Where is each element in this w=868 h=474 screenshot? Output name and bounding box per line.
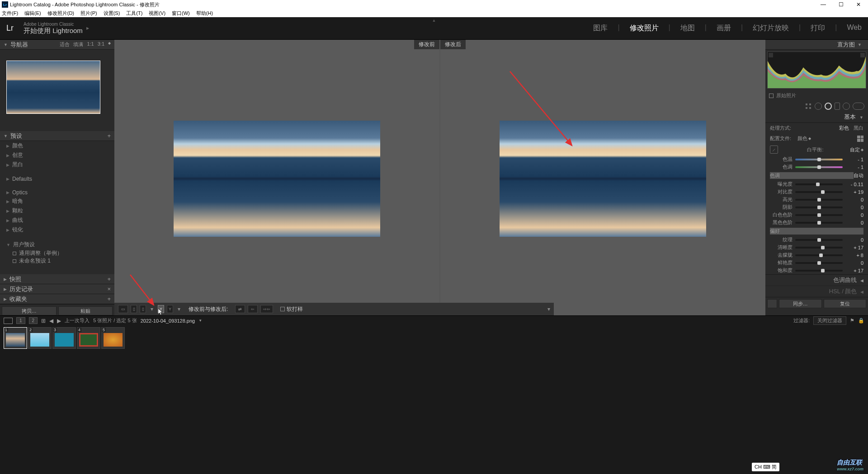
treatment-bw[interactable]: 黑白 (854, 125, 863, 131)
zoom-fit[interactable]: 适合 (60, 41, 70, 48)
sync-button[interactable]: 同步… (779, 299, 822, 308)
compare-view-button-2[interactable]: ▯ (140, 305, 146, 313)
preset-group[interactable]: ▶锐化 (0, 225, 114, 235)
zoom-3-1[interactable]: 3:1 (98, 41, 104, 48)
profile-value[interactable]: 颜色 (797, 135, 807, 142)
preset-group[interactable]: ▶创意 (0, 150, 114, 160)
clarity-slider[interactable]: 清晰度 + 17 (765, 244, 868, 251)
loupe-view-button[interactable]: ▭ (118, 305, 128, 313)
module-map[interactable]: 地图 (680, 23, 695, 33)
copy-before-button[interactable]: ⇦ (248, 305, 258, 313)
menu-develop[interactable]: 修改照片(D) (47, 10, 74, 17)
preset-group[interactable]: ▶曲线 (0, 216, 114, 225)
tint-slider[interactable]: 色调 - 1 (765, 163, 868, 171)
tone-curve-header[interactable]: 色调曲线 ◀ (765, 274, 868, 286)
saturation-slider[interactable]: 饱和度 + 17 (765, 267, 868, 274)
wb-value[interactable]: 自定 (850, 146, 860, 153)
chevron-icon[interactable]: ◆ (808, 136, 811, 141)
preset-group[interactable]: ▶黑白 (0, 160, 114, 169)
treatment-color[interactable]: 彩色 (839, 125, 849, 131)
menu-photo[interactable]: 照片(P) (80, 10, 97, 17)
window-2[interactable]: 2 (29, 317, 38, 324)
dehaze-slider[interactable]: 去朦胧 + 8 (765, 251, 868, 259)
snapshot-header[interactable]: ▶ 快照 + (0, 274, 114, 284)
swap-button[interactable]: ⇄ (235, 305, 245, 313)
eyedropper-icon[interactable]: ⟋ (770, 145, 778, 154)
radial-tool-icon[interactable] (825, 103, 832, 110)
highlights-slider[interactable]: 高光 0 (765, 196, 868, 203)
toolbar-dropdown[interactable]: ▾ (547, 306, 550, 312)
compare-view-button-1[interactable]: ▯ (131, 305, 137, 313)
temp-slider[interactable]: 色温 - 1 (765, 155, 868, 163)
preset-item[interactable]: 通用调整（举例） (0, 249, 114, 257)
contrast-slider[interactable]: 对比度 + 19 (765, 188, 868, 196)
profile-browser-icon[interactable] (857, 136, 863, 142)
mask-tool-icon[interactable] (853, 103, 864, 110)
before-pane[interactable]: 修改前 (114, 40, 439, 317)
checkbox-icon[interactable] (769, 94, 774, 98)
paste-button[interactable]: 粘贴 (58, 306, 113, 315)
original-photo-row[interactable]: 原始照片 (765, 90, 868, 101)
reset-button[interactable]: 复位 (824, 299, 867, 308)
preset-group[interactable]: ▶Optics (0, 188, 114, 197)
ime-badge[interactable]: CH ⌨ 简 (752, 463, 779, 471)
menu-settings[interactable]: 设置(S) (104, 10, 120, 17)
zoom-1-1[interactable]: 1:1 (87, 41, 94, 48)
shadow-clip-icon[interactable] (769, 53, 773, 57)
menu-tools[interactable]: 工具(T) (126, 10, 142, 17)
second-monitor-icon[interactable] (4, 318, 13, 324)
menu-view[interactable]: 视图(V) (149, 10, 165, 17)
whites-slider[interactable]: 白色色阶 0 (765, 211, 868, 219)
histogram-header[interactable]: 直方图 ▼ (765, 40, 868, 50)
thumbnail[interactable]: 1 (4, 327, 27, 349)
preset-group[interactable]: ▶Defaults (0, 175, 114, 183)
preset-group[interactable]: ▶颜色 (0, 141, 114, 150)
zoom-fill[interactable]: 填满 (73, 41, 83, 48)
chevron-icon[interactable]: ◆ (108, 41, 111, 48)
add-preset-button[interactable]: + (107, 132, 111, 139)
clear-history-button[interactable]: × (107, 286, 111, 292)
collapse-top-icon[interactable]: ▲ (432, 18, 436, 23)
spot-tool-icon[interactable] (815, 103, 822, 110)
hsl-header[interactable]: HSL / 颜色 ◀ (765, 286, 868, 297)
texture-slider[interactable]: 纹理 0 (765, 236, 868, 244)
filter-value[interactable]: 关闭过滤器 (813, 316, 846, 325)
navigator-header[interactable]: ▼ 导航器 适合 填满 1:1 3:1 ◆ (0, 40, 114, 50)
soft-proof-checkbox[interactable]: 软打样 (280, 305, 303, 313)
thumbnail[interactable]: 2 (28, 327, 52, 349)
module-book[interactable]: 画册 (717, 23, 731, 33)
lock-icon[interactable]: 🔒 (858, 318, 864, 324)
menu-edit[interactable]: 编辑(E) (24, 10, 41, 17)
next-arrow-icon[interactable]: ▶ (57, 318, 61, 324)
add-snapshot-button[interactable]: + (107, 276, 111, 282)
chevron-icon[interactable]: ◆ (861, 148, 863, 152)
chevron-down-icon[interactable]: ▼ (198, 319, 202, 323)
brush-tool-icon[interactable] (843, 103, 850, 110)
shadows-slider[interactable]: 阴影 0 (765, 203, 868, 211)
identity-plate[interactable]: Lr Adobe Lightroom Classic 开始使用 Lightroo… (6, 22, 89, 35)
collections-header[interactable]: ▶ 收藏夹 + (0, 294, 114, 304)
gradient-tool-icon[interactable] (835, 103, 840, 110)
exposure-slider[interactable]: 曝光度 - 0.11 (765, 180, 868, 188)
minimize-button[interactable]: — (821, 1, 826, 8)
flag-icon[interactable]: ⚑ (850, 318, 854, 324)
source-label[interactable]: 上一次导入 (65, 317, 90, 324)
module-library[interactable]: 图库 (593, 23, 608, 33)
preset-user-group[interactable]: ▼用户预设 (0, 240, 114, 249)
navigator-preview[interactable] (0, 50, 114, 131)
menu-file[interactable]: 文件(F) (2, 10, 18, 17)
copy-after-button[interactable]: ⇨⇦ (260, 305, 273, 313)
menu-window[interactable]: 窗口(W) (172, 10, 190, 17)
menu-help[interactable]: 帮助(H) (196, 10, 213, 17)
history-header[interactable]: ▶ 历史记录 × (0, 284, 114, 294)
close-button[interactable]: ✕ (856, 1, 861, 8)
thumbnail[interactable]: 3 (52, 327, 76, 349)
histogram[interactable] (767, 52, 866, 89)
after-pane[interactable]: 修改后 (440, 40, 765, 317)
switch-icon[interactable] (767, 299, 777, 308)
module-print[interactable]: 打印 (811, 23, 825, 33)
presets-header[interactable]: ▼ 预设 + (0, 131, 114, 141)
window-1[interactable]: 1 (16, 317, 25, 324)
blacks-slider[interactable]: 黑色色阶 0 (765, 219, 868, 226)
auto-button[interactable]: 自动 (854, 172, 863, 179)
